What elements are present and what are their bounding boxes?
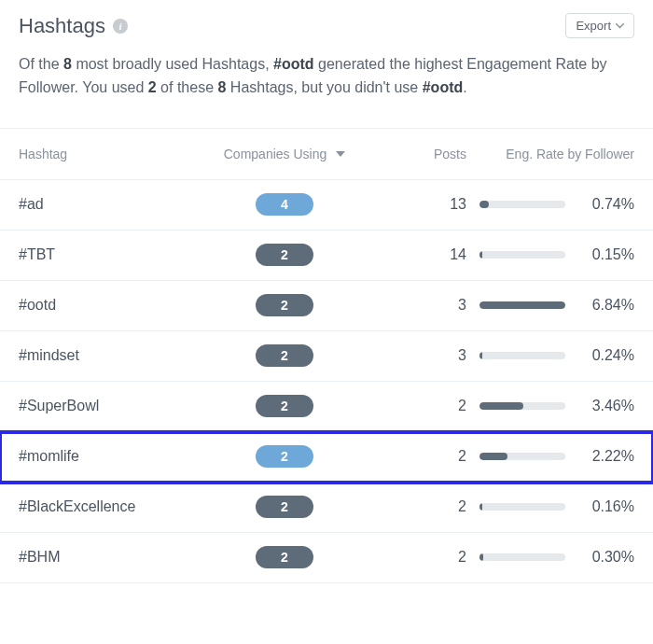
page-title: Hashtags xyxy=(19,14,105,38)
engagement-value: 6.84% xyxy=(578,297,634,314)
engagement-bar xyxy=(479,453,565,460)
engagement-bar xyxy=(479,301,565,309)
hashtag-table: Hashtag Companies Using Posts Eng. Rate … xyxy=(0,128,653,583)
companies-pill: 2 xyxy=(256,395,313,417)
summary-text: Of the 8 most broadly used Hashtags, #oo… xyxy=(0,48,653,128)
table-row[interactable]: #ootd236.84% xyxy=(0,281,653,331)
sort-caret-icon xyxy=(336,151,345,157)
col-companies[interactable]: Companies Using xyxy=(205,147,364,161)
companies-pill: 2 xyxy=(256,294,313,316)
engagement-value: 0.15% xyxy=(578,246,634,263)
engagement-bar xyxy=(479,402,565,410)
info-icon[interactable]: i xyxy=(113,19,128,34)
table-row[interactable]: #BlackExcellence220.16% xyxy=(0,483,653,533)
companies-cell: 2 xyxy=(205,445,364,468)
engagement-bar xyxy=(479,251,565,259)
engagement-value: 0.24% xyxy=(578,347,634,364)
companies-pill: 2 xyxy=(256,244,313,266)
engagement-bar xyxy=(479,352,565,359)
engagement-cell: 2.22% xyxy=(466,448,634,465)
hashtag-cell: #ootd xyxy=(19,297,205,314)
table-row[interactable]: #mindset230.24% xyxy=(0,331,653,382)
posts-cell: 14 xyxy=(364,246,466,263)
companies-cell: 2 xyxy=(205,496,364,518)
col-posts[interactable]: Posts xyxy=(364,147,466,161)
hashtag-cell: #SuperBowl xyxy=(19,398,205,414)
companies-pill: 4 xyxy=(256,193,313,216)
companies-pill: 2 xyxy=(256,546,313,568)
companies-cell: 2 xyxy=(205,546,364,568)
table-row[interactable]: #ad4130.74% xyxy=(0,180,653,231)
engagement-value: 3.46% xyxy=(578,398,634,414)
col-hashtag[interactable]: Hashtag xyxy=(19,147,205,161)
export-button[interactable]: Export xyxy=(565,13,634,38)
posts-cell: 2 xyxy=(364,549,466,566)
companies-cell: 2 xyxy=(205,244,364,266)
posts-cell: 2 xyxy=(364,398,466,414)
companies-pill: 2 xyxy=(256,344,313,367)
engagement-cell: 0.16% xyxy=(466,498,634,515)
engagement-value: 2.22% xyxy=(578,448,634,465)
export-label: Export xyxy=(576,19,611,33)
col-engagement[interactable]: Eng. Rate by Follower xyxy=(466,147,634,161)
table-row[interactable]: #TBT2140.15% xyxy=(0,231,653,281)
companies-cell: 2 xyxy=(205,395,364,417)
companies-cell: 4 xyxy=(205,193,364,216)
hashtag-cell: #momlife xyxy=(19,448,205,465)
engagement-value: 0.16% xyxy=(578,498,634,515)
posts-cell: 13 xyxy=(364,196,466,213)
engagement-value: 0.30% xyxy=(578,549,634,566)
engagement-bar xyxy=(479,503,565,511)
engagement-cell: 0.74% xyxy=(466,196,634,213)
companies-pill: 2 xyxy=(256,445,313,468)
companies-pill: 2 xyxy=(256,496,313,518)
posts-cell: 2 xyxy=(364,448,466,465)
engagement-cell: 3.46% xyxy=(466,398,634,414)
table-header: Hashtag Companies Using Posts Eng. Rate … xyxy=(0,128,653,180)
engagement-cell: 0.30% xyxy=(466,549,634,566)
companies-cell: 2 xyxy=(205,344,364,367)
table-row[interactable]: #BHM220.30% xyxy=(0,533,653,583)
engagement-bar xyxy=(479,201,565,208)
engagement-value: 0.74% xyxy=(578,196,634,213)
engagement-cell: 0.24% xyxy=(466,347,634,364)
companies-cell: 2 xyxy=(205,294,364,316)
table-row[interactable]: #momlife222.22% xyxy=(0,432,653,483)
hashtag-cell: #BHM xyxy=(19,549,205,566)
table-row[interactable]: #SuperBowl223.46% xyxy=(0,382,653,432)
engagement-bar xyxy=(479,553,565,561)
hashtag-cell: #BlackExcellence xyxy=(19,498,205,515)
hashtag-cell: #ad xyxy=(19,196,205,213)
hashtag-cell: #TBT xyxy=(19,246,205,263)
engagement-cell: 6.84% xyxy=(466,297,634,314)
engagement-cell: 0.15% xyxy=(466,246,634,263)
posts-cell: 3 xyxy=(364,347,466,364)
hashtag-cell: #mindset xyxy=(19,347,205,364)
posts-cell: 3 xyxy=(364,297,466,314)
chevron-down-icon xyxy=(616,23,624,29)
posts-cell: 2 xyxy=(364,498,466,515)
